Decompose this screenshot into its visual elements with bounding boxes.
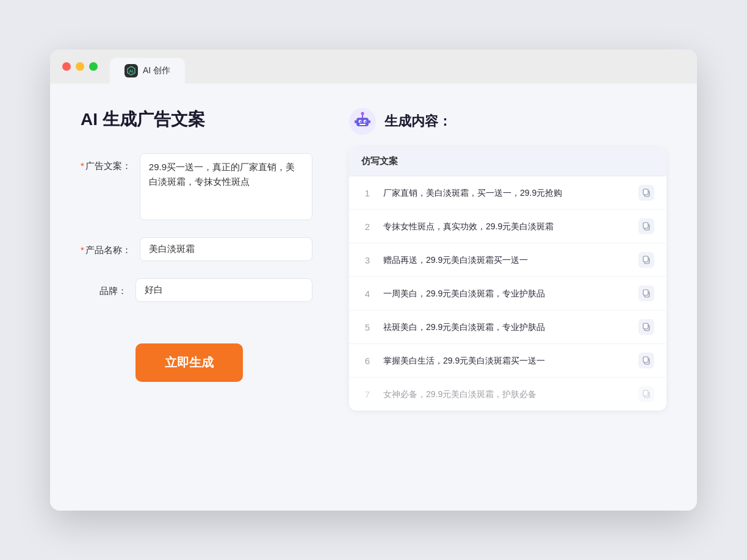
- tab-ai-creation[interactable]: AI AI 创作: [110, 58, 185, 84]
- svg-rect-16: [643, 223, 648, 228]
- tab-bar: AI AI 创作: [110, 58, 185, 84]
- row-number: 3: [361, 255, 374, 265]
- svg-rect-26: [643, 390, 648, 396]
- row-text: 女神必备，29.9元美白淡斑霜，护肤必备: [383, 388, 629, 401]
- traffic-lights: [62, 62, 98, 79]
- page-title: AI 生成广告文案: [81, 108, 312, 131]
- result-title: 生成内容：: [384, 112, 452, 131]
- row-number: 5: [361, 322, 374, 332]
- row-text: 厂家直销，美白淡斑霜，买一送一，29.9元抢购: [383, 187, 629, 199]
- copy-button[interactable]: [638, 353, 654, 368]
- left-panel: AI 生成广告文案 *广告文案： *产品名称： 品牌： 立: [81, 108, 312, 480]
- table-row: 7女神必备，29.9元美白淡斑霜，护肤必备: [349, 378, 666, 411]
- row-number: 6: [361, 356, 374, 366]
- row-number: 2: [361, 221, 374, 232]
- copy-button[interactable]: [638, 218, 654, 234]
- svg-rect-24: [643, 357, 648, 362]
- row-text: 掌握美白生活，29.9元美白淡斑霜买一送一: [383, 354, 629, 367]
- row-text: 一周美白，29.9元美白淡斑霜，专业护肤品: [383, 287, 629, 300]
- ad-copy-input[interactable]: [140, 153, 312, 220]
- close-button[interactable]: [62, 62, 71, 71]
- row-number: 7: [361, 389, 374, 400]
- svg-text:AI: AI: [129, 69, 134, 73]
- svg-point-5: [361, 112, 364, 115]
- row-text: 祛斑美白，29.9元美白淡斑霜，专业护肤品: [383, 321, 629, 334]
- brand-row: 品牌：: [81, 278, 312, 302]
- copy-button[interactable]: [638, 319, 654, 335]
- table-row: 5祛斑美白，29.9元美白淡斑霜，专业护肤品: [349, 311, 666, 344]
- maximize-button[interactable]: [89, 62, 98, 71]
- titlebar: AI AI 创作: [50, 49, 697, 84]
- tab-label: AI 创作: [143, 65, 170, 76]
- ad-copy-row: *广告文案：: [81, 153, 312, 220]
- svg-rect-22: [643, 323, 648, 329]
- svg-rect-18: [643, 256, 648, 262]
- row-number: 1: [361, 188, 374, 198]
- robot-icon: [349, 108, 376, 135]
- table-row: 2专抹女性斑点，真实功效，29.9元美白淡斑霜: [349, 210, 666, 243]
- copy-button[interactable]: [638, 386, 654, 402]
- result-header: 生成内容：: [349, 108, 666, 135]
- copy-button[interactable]: [638, 285, 654, 301]
- required-star-2: *: [81, 245, 84, 255]
- svg-point-9: [365, 121, 366, 122]
- ad-copy-label: *广告文案：: [81, 153, 140, 172]
- row-text: 赠品再送，29.9元美白淡斑霜买一送一: [383, 254, 629, 267]
- main-content: AI 生成广告文案 *广告文案： *产品名称： 品牌： 立: [50, 84, 697, 511]
- result-table: 仿写文案 1厂家直销，美白淡斑霜，买一送一，29.9元抢购2专抹女性斑点，真实功…: [349, 147, 666, 411]
- table-row: 1厂家直销，美白淡斑霜，买一送一，29.9元抢购: [349, 176, 666, 210]
- right-panel: 生成内容： 仿写文案 1厂家直销，美白淡斑霜，买一送一，29.9元抢购2专抹女性…: [349, 108, 666, 480]
- brand-input[interactable]: [135, 278, 312, 302]
- row-number: 4: [361, 289, 374, 299]
- required-star: *: [81, 160, 84, 171]
- product-name-row: *产品名称：: [81, 237, 312, 261]
- table-header: 仿写文案: [349, 147, 666, 176]
- generate-button[interactable]: 立即生成: [135, 343, 243, 382]
- minimize-button[interactable]: [76, 62, 84, 71]
- copy-button[interactable]: [638, 185, 654, 201]
- product-name-label: *产品名称：: [81, 237, 140, 256]
- copy-button[interactable]: [638, 252, 654, 268]
- table-row: 4一周美白，29.9元美白淡斑霜，专业护肤品: [349, 277, 666, 311]
- browser-window: AI AI 创作 AI 生成广告文案 *广告文案： *产品名称：: [50, 49, 697, 511]
- table-row: 6掌握美白生活，29.9元美白淡斑霜买一送一: [349, 344, 666, 378]
- product-name-input[interactable]: [140, 237, 312, 261]
- svg-rect-12: [369, 120, 370, 123]
- ai-tab-icon: AI: [125, 64, 138, 77]
- brand-label: 品牌：: [81, 278, 135, 297]
- svg-point-8: [360, 121, 361, 122]
- table-row: 3赠品再送，29.9元美白淡斑霜买一送一: [349, 243, 666, 277]
- svg-rect-11: [355, 120, 356, 123]
- row-text: 专抹女性斑点，真实功效，29.9元美白淡斑霜: [383, 220, 629, 233]
- svg-rect-20: [643, 290, 648, 295]
- svg-rect-10: [359, 124, 366, 125]
- svg-rect-14: [643, 189, 648, 195]
